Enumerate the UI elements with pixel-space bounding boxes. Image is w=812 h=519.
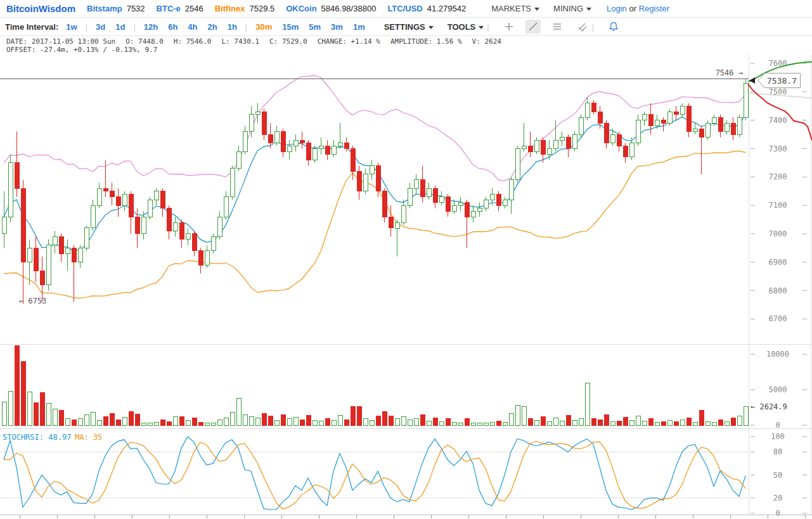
info-field-date: DATE: 2017-11-05 13:00 Sun <box>6 37 115 46</box>
info-field-l: L: 7430.1 <box>221 37 259 46</box>
moving-average-line <box>4 115 745 251</box>
price-marker-icon <box>749 77 755 84</box>
info-field-amplitude: AMPLITUDE: 1.56 % <box>390 37 462 46</box>
info-field-change: CHANGE: +1.14 % <box>318 37 380 46</box>
svg-text:7200: 7200 <box>769 172 787 181</box>
svg-text:10000: 10000 <box>766 350 789 359</box>
info-field-offset: OFFSET: -27.4m, +0.13% / -0.13%, 9.7 <box>6 46 157 54</box>
session-low-label: ← 6753 <box>19 297 46 305</box>
svg-text:7400: 7400 <box>769 116 787 125</box>
svg-text:0: 0 <box>775 421 780 430</box>
svg-text:100: 100 <box>771 432 785 441</box>
info-field-c: C: 7529.0 <box>269 37 307 46</box>
last-volume-label: ← 2624.9 <box>751 402 787 411</box>
info-field-h: H: 7546.0 <box>174 37 212 46</box>
bollinger-lower-line <box>4 151 745 298</box>
candles-layer[interactable] <box>2 79 748 304</box>
info-field-v: V: 2624 <box>472 37 501 46</box>
bollinger-upper-line <box>4 75 745 181</box>
volume-axis[interactable]: 1000050000 <box>751 350 807 430</box>
stoch-pane[interactable] <box>4 437 745 509</box>
ohlc-info: DATE: 2017-11-05 13:00 SunO: 7448.0H: 75… <box>6 37 512 54</box>
stochrsi-ma-line <box>4 441 745 509</box>
price-axis[interactable]: 7600750074007300720071007000690068006700 <box>751 59 807 323</box>
stoch-ma-value-label: MA: 35 <box>75 433 102 442</box>
svg-text:20: 20 <box>773 494 782 503</box>
stoch-value-label: STOCHRSI: 48.97 <box>3 433 71 442</box>
svg-text:6700: 6700 <box>769 314 787 323</box>
last-price-label: 7538.7 <box>767 76 797 86</box>
ohlc-line: DATE: 2017-11-05 13:00 SunO: 7448.0H: 75… <box>6 37 512 46</box>
price-pane[interactable] <box>0 75 749 298</box>
svg-text:7000: 7000 <box>769 229 787 238</box>
svg-text:0: 0 <box>775 509 780 518</box>
svg-text:5000: 5000 <box>769 385 787 394</box>
info-field-o: O: 7448.0 <box>126 37 164 46</box>
last-price-callout: 7538.7 <box>749 74 801 88</box>
session-high-label: 7546 → <box>716 68 743 77</box>
offset-line: OFFSET: -27.4m, +0.13% / -0.13%, 9.7 <box>6 46 512 54</box>
volume-layer[interactable] <box>2 346 748 425</box>
svg-text:6800: 6800 <box>769 286 787 295</box>
svg-text:50: 50 <box>773 471 782 480</box>
svg-text:80: 80 <box>773 447 782 456</box>
chart-canvas[interactable]: 7600750074007300720071007000690068006700… <box>0 0 812 519</box>
svg-text:7100: 7100 <box>769 201 787 210</box>
stochrsi-k-line <box>4 437 745 509</box>
svg-text:7300: 7300 <box>769 144 787 153</box>
time-axis[interactable] <box>20 515 806 518</box>
svg-text:6900: 6900 <box>769 258 787 267</box>
